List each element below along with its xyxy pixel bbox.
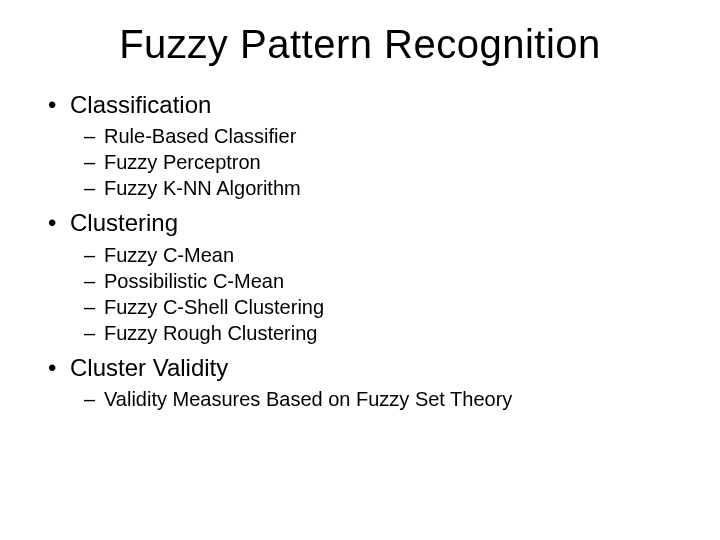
sub-item: Rule-Based Classifier xyxy=(84,123,680,149)
sub-item-label: Fuzzy Rough Clustering xyxy=(104,322,317,344)
sub-list: Rule-Based Classifier Fuzzy Perceptron F… xyxy=(48,123,680,201)
sub-item: Fuzzy C-Mean xyxy=(84,242,680,268)
bullet-label: Clustering xyxy=(48,209,178,236)
list-item: Clustering Fuzzy C-Mean Possibilistic C-… xyxy=(48,207,680,345)
sub-list: Fuzzy C-Mean Possibilistic C-Mean Fuzzy … xyxy=(48,242,680,346)
sub-item-label: Possibilistic C-Mean xyxy=(104,270,284,292)
bullet-label: Classification xyxy=(48,91,211,118)
sub-item: Validity Measures Based on Fuzzy Set The… xyxy=(84,386,680,412)
sub-item: Fuzzy Rough Clustering xyxy=(84,320,680,346)
sub-item: Fuzzy Perceptron xyxy=(84,149,680,175)
slide-title: Fuzzy Pattern Recognition xyxy=(40,22,680,67)
list-item: Classification Rule-Based Classifier Fuz… xyxy=(48,89,680,201)
bullet-label: Cluster Validity xyxy=(48,354,228,381)
slide: Fuzzy Pattern Recognition Classification… xyxy=(0,0,720,540)
bullet-list: Classification Rule-Based Classifier Fuz… xyxy=(40,89,680,412)
sub-item-label: Fuzzy C-Shell Clustering xyxy=(104,296,324,318)
sub-item: Fuzzy C-Shell Clustering xyxy=(84,294,680,320)
sub-item-label: Fuzzy C-Mean xyxy=(104,244,234,266)
sub-item-label: Fuzzy K-NN Algorithm xyxy=(104,177,301,199)
sub-item-label: Rule-Based Classifier xyxy=(104,125,296,147)
sub-list: Validity Measures Based on Fuzzy Set The… xyxy=(48,386,680,412)
sub-item-label: Fuzzy Perceptron xyxy=(104,151,261,173)
sub-item-label: Validity Measures Based on Fuzzy Set The… xyxy=(104,388,512,410)
sub-item: Fuzzy K-NN Algorithm xyxy=(84,175,680,201)
sub-item: Possibilistic C-Mean xyxy=(84,268,680,294)
list-item: Cluster Validity Validity Measures Based… xyxy=(48,352,680,412)
